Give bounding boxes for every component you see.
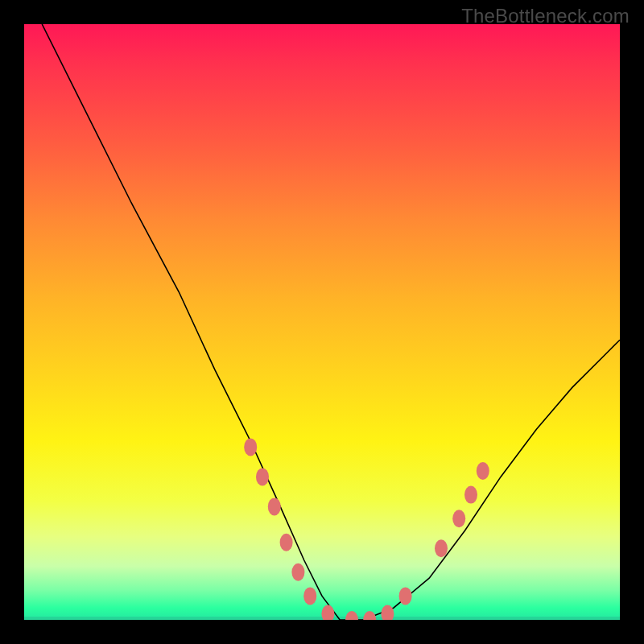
curve-marker — [256, 468, 269, 485]
curve-marker — [477, 462, 489, 480]
curve-marker — [464, 486, 477, 504]
curve-marker — [244, 438, 257, 456]
curve-marker — [381, 605, 394, 620]
bottleneck-curve-svg — [24, 24, 620, 620]
curve-marker — [321, 605, 334, 620]
curve-marker — [452, 510, 465, 527]
chart-plot-area — [24, 24, 620, 620]
curve-marker — [303, 587, 316, 605]
marker-group — [244, 438, 489, 620]
curve-marker — [291, 564, 304, 581]
bottleneck-curve — [42, 24, 620, 620]
curve-marker — [268, 497, 281, 515]
curve-marker — [280, 534, 293, 551]
curve-marker — [399, 587, 412, 605]
curve-marker — [435, 539, 448, 557]
watermark-text: TheBottleneck.com — [461, 5, 630, 27]
curve-marker — [345, 611, 358, 620]
curve-marker — [363, 611, 376, 620]
